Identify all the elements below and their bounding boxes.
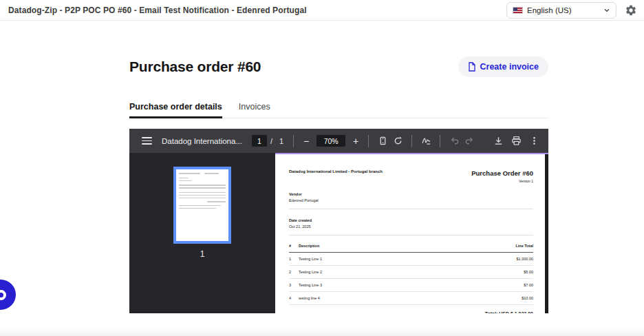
zoom-level-input[interactable]: 70% — [316, 135, 345, 147]
row-num: 4 — [289, 296, 299, 300]
zoom-in-button[interactable]: + — [350, 136, 362, 147]
language-selector-label: English (US) — [527, 6, 603, 14]
undo-button[interactable] — [447, 134, 462, 149]
divider — [289, 235, 533, 235]
row-line-total: $7.00 — [524, 283, 533, 287]
pdf-document-area: Datadog International Limited - Portugal… — [275, 153, 548, 313]
row-line-total: $10.00 — [522, 296, 533, 300]
page-number-input[interactable]: 1 — [252, 135, 267, 147]
chevron-down-icon — [603, 7, 610, 14]
po-company-name: Datadog International Limited - Portugal… — [289, 169, 383, 183]
print-button[interactable] — [508, 134, 524, 149]
language-selector[interactable]: English (US) — [506, 2, 616, 19]
thumbnail-panel: 1 — [129, 153, 275, 313]
floating-brand-button[interactable] — [0, 280, 16, 310]
pdf-toolbar-right — [491, 134, 548, 149]
rotate-counterclockwise-icon — [393, 136, 403, 146]
fit-to-page-button[interactable] — [375, 134, 390, 149]
settings-button[interactable] — [625, 4, 637, 17]
toolbar-divider — [293, 135, 294, 147]
po-vendor-label: Vendor — [289, 192, 533, 196]
annotate-button[interactable] — [418, 134, 433, 149]
redo-icon — [464, 136, 475, 146]
gear-icon — [625, 4, 637, 17]
row-line-total: $1,000.00 — [517, 257, 533, 261]
more-options-button[interactable] — [526, 134, 541, 149]
po-document-title: Purchase Order #60 — [471, 169, 533, 177]
toolbar-divider — [411, 135, 412, 147]
fit-to-page-icon — [378, 136, 388, 146]
page-separator: / — [270, 137, 272, 145]
row-num: 2 — [289, 270, 299, 274]
topbar: Datadog-Zip - P2P POC PO #60 - Email Tes… — [0, 0, 644, 21]
po-date-created-value: Oct 21, 2025 — [289, 224, 533, 229]
po-document-header: Datadog International Limited - Portugal… — [289, 169, 533, 183]
po-col-description: Description — [299, 244, 515, 248]
redo-button[interactable] — [462, 134, 477, 149]
pdf-document-title: Datadog Internationa... — [162, 137, 242, 145]
row-description: Testing Line 1 — [299, 257, 517, 261]
thumbnail-preview — [179, 173, 226, 209]
row-description: testing line 4 — [299, 296, 522, 300]
table-row: 4 testing line 4 $10.00 — [289, 292, 533, 305]
page-total: 1 — [279, 137, 283, 145]
tab-purchase-order-details[interactable]: Purchase order details — [129, 102, 222, 118]
print-icon — [511, 136, 522, 146]
po-col-line-total: Line Total — [515, 244, 533, 248]
brand-circle-icon — [0, 290, 6, 300]
table-row: 1 Testing Line 1 $1,000.00 — [289, 253, 533, 266]
po-date-created-label: Date created — [289, 218, 533, 222]
pen-annotate-icon — [421, 136, 431, 146]
page-header: Purchase order #60 Create invoice — [129, 56, 548, 77]
footer-strip — [0, 328, 644, 336]
thumbnail-page-number: 1 — [200, 249, 205, 259]
pdf-scrollbar[interactable] — [545, 154, 548, 313]
tab-invoices[interactable]: Invoices — [239, 102, 270, 118]
tab-bar: Purchase order details Invoices — [129, 102, 548, 118]
download-icon — [493, 136, 504, 146]
po-document-page: Datadog International Limited - Portugal… — [275, 154, 548, 313]
window-title: Datadog-Zip - P2P POC PO #60 - Email Tes… — [8, 6, 307, 15]
toolbar-divider — [368, 135, 369, 147]
po-vendor-value: Edenred Portugal — [289, 198, 533, 202]
pdf-viewer-body: 1 Datadog International Limited - Portug… — [129, 153, 548, 313]
hamburger-icon[interactable] — [142, 137, 152, 145]
pdf-viewer: Datadog Internationa... 1 / 1 − 70% + — [129, 129, 548, 313]
table-row: 3 Testing Line 3 $7.00 — [289, 279, 533, 292]
row-num: 3 — [289, 283, 299, 287]
table-row: 2 Testing Line 2 $5.00 — [289, 266, 533, 279]
rotate-button[interactable] — [390, 134, 405, 149]
create-invoice-label: Create invoice — [480, 62, 539, 72]
po-total: Total: USD $ 1,022.00 — [289, 311, 533, 313]
page-thumbnail[interactable] — [173, 167, 231, 244]
page-title: Purchase order #60 — [129, 59, 261, 75]
po-table-header: # Description Line Total — [289, 244, 533, 253]
row-line-total: $5.00 — [524, 270, 533, 274]
download-button[interactable] — [491, 134, 506, 149]
divider — [289, 209, 533, 209]
po-version: Version 1 — [471, 179, 533, 183]
po-col-num: # — [289, 244, 299, 248]
pdf-toolbar: Datadog Internationa... 1 / 1 − 70% + — [129, 129, 548, 153]
us-flag-icon — [513, 7, 523, 14]
undo-icon — [449, 136, 460, 146]
row-num: 1 — [289, 257, 299, 261]
row-description: Testing Line 3 — [299, 283, 524, 287]
kebab-menu-icon — [529, 136, 539, 146]
row-description: Testing Line 2 — [299, 270, 524, 274]
create-invoice-button[interactable]: Create invoice — [458, 56, 548, 77]
toolbar-divider — [440, 135, 440, 147]
zoom-out-button[interactable]: − — [300, 136, 312, 147]
document-icon — [468, 62, 476, 72]
